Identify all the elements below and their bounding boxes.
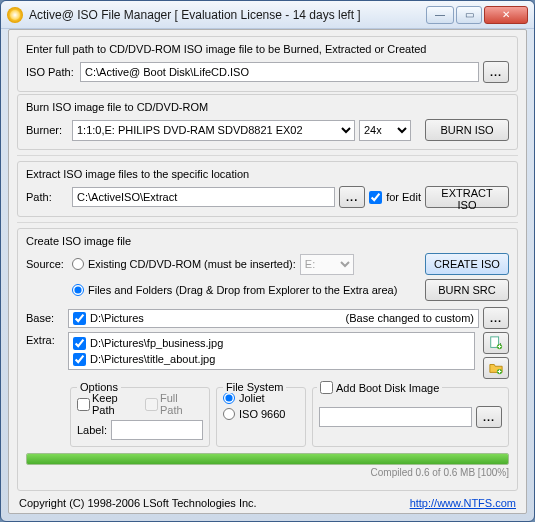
iso9660-label: ISO 9660 <box>239 408 285 420</box>
for-edit-checkbox[interactable] <box>369 191 382 204</box>
iso-path-label: ISO Path: <box>26 66 76 78</box>
iso-path-heading: Enter full path to CD/DVD-ROM ISO image … <box>26 43 509 55</box>
footer: Copyright (C) 1998-2006 LSoft Technologi… <box>17 493 518 509</box>
burner-select[interactable]: 1:1:0,E: PHILIPS DVD-RAM SDVD8821 EX02 <box>72 120 355 141</box>
base-label: Base: <box>26 312 64 324</box>
filesystem-subgroup: File System Joliet ISO 9660 <box>216 387 306 447</box>
source-cd-radio[interactable] <box>72 258 84 270</box>
source-label: Source: <box>26 258 68 270</box>
keep-path-label: Keep Path <box>92 392 143 416</box>
app-icon <box>7 7 23 23</box>
boot-checkbox[interactable] <box>320 381 333 394</box>
iso9660-radio[interactable] <box>223 408 235 420</box>
close-button[interactable]: ✕ <box>484 6 528 24</box>
full-path-label: Full Path <box>160 392 203 416</box>
add-folder-button[interactable] <box>483 357 509 379</box>
joliet-label: Joliet <box>239 392 265 404</box>
extra-label: Extra: <box>26 332 64 346</box>
extra-item-path: D:\Pictures\fp_business.jpg <box>90 337 223 349</box>
label-label: Label: <box>77 424 107 436</box>
boot-browse-button[interactable]: ... <box>476 406 502 428</box>
base-browse-button[interactable]: ... <box>483 307 509 329</box>
burn-group: Burn ISO image file to CD/DVD-ROM Burner… <box>17 94 518 150</box>
progress-text: Compiled 0.6 of 0.6 MB [100%] <box>26 467 509 478</box>
list-item[interactable]: D:\Pictures\fp_business.jpg <box>73 335 470 351</box>
base-value: D:\Pictures <box>90 312 144 324</box>
base-checkbox[interactable] <box>73 312 86 325</box>
label-input[interactable] <box>111 420 203 440</box>
maximize-button[interactable]: ▭ <box>456 6 482 24</box>
website-link[interactable]: http://www.NTFS.com <box>410 497 516 509</box>
extra-list[interactable]: D:\Pictures\fp_business.jpg D:\Pictures\… <box>68 332 475 370</box>
iso-path-input[interactable] <box>80 62 479 82</box>
extract-heading: Extract ISO image files to the specific … <box>26 168 509 180</box>
list-item[interactable]: D:\Pictures\title_about.jpg <box>73 351 470 367</box>
divider <box>17 155 518 156</box>
iso-path-browse-button[interactable]: ... <box>483 61 509 83</box>
copyright: Copyright (C) 1998-2006 LSoft Technologi… <box>19 497 257 509</box>
add-file-button[interactable] <box>483 332 509 354</box>
source-cd-label: Existing CD/DVD-ROM (must be inserted): <box>88 258 296 270</box>
full-path-checkbox[interactable] <box>145 398 158 411</box>
base-box: D:\Pictures (Base changed to custom) <box>68 309 479 328</box>
drive-select[interactable]: E: <box>300 254 354 275</box>
iso-path-group: Enter full path to CD/DVD-ROM ISO image … <box>17 36 518 92</box>
create-group: Create ISO image file Source: Existing C… <box>17 228 518 491</box>
source-files-label: Files and Folders (Drag & Drop from Expl… <box>88 284 397 296</box>
client-area: Enter full path to CD/DVD-ROM ISO image … <box>8 29 527 514</box>
base-note: (Base changed to custom) <box>346 312 474 324</box>
options-subgroup: Options Keep Path Full Path Label: <box>70 387 210 447</box>
extract-path-input[interactable] <box>72 187 335 207</box>
extract-browse-button[interactable]: ... <box>339 186 365 208</box>
boot-path-input[interactable] <box>319 407 472 427</box>
extract-group: Extract ISO image files to the specific … <box>17 161 518 217</box>
extra-item-checkbox[interactable] <box>73 337 86 350</box>
burn-speed-select[interactable]: 24x <box>359 120 411 141</box>
boot-subgroup: Add Boot Disk Image ... <box>312 387 509 447</box>
burn-src-button[interactable]: BURN SRC <box>425 279 509 301</box>
for-edit-label: for Edit <box>386 191 421 203</box>
burner-label: Burner: <box>26 124 68 136</box>
extra-item-checkbox[interactable] <box>73 353 86 366</box>
app-window: Active@ ISO File Manager [ Evaluation Li… <box>0 0 535 522</box>
burn-iso-button[interactable]: BURN ISO <box>425 119 509 141</box>
fs-title: File System <box>223 381 286 393</box>
window-title: Active@ ISO File Manager [ Evaluation Li… <box>29 8 426 22</box>
boot-title: Add Boot Disk Image <box>336 382 439 394</box>
keep-path-checkbox[interactable] <box>77 398 90 411</box>
titlebar[interactable]: Active@ ISO File Manager [ Evaluation Li… <box>1 1 534 29</box>
extract-iso-button[interactable]: EXTRACT ISO <box>425 186 509 208</box>
source-files-radio[interactable] <box>72 284 84 296</box>
progress-bar <box>26 453 509 465</box>
extract-path-label: Path: <box>26 191 68 203</box>
divider <box>17 222 518 223</box>
extra-item-path: D:\Pictures\title_about.jpg <box>90 353 215 365</box>
options-title: Options <box>77 381 121 393</box>
create-iso-button[interactable]: CREATE ISO <box>425 253 509 275</box>
create-heading: Create ISO image file <box>26 235 509 247</box>
minimize-button[interactable]: — <box>426 6 454 24</box>
joliet-radio[interactable] <box>223 392 235 404</box>
burn-heading: Burn ISO image file to CD/DVD-ROM <box>26 101 509 113</box>
